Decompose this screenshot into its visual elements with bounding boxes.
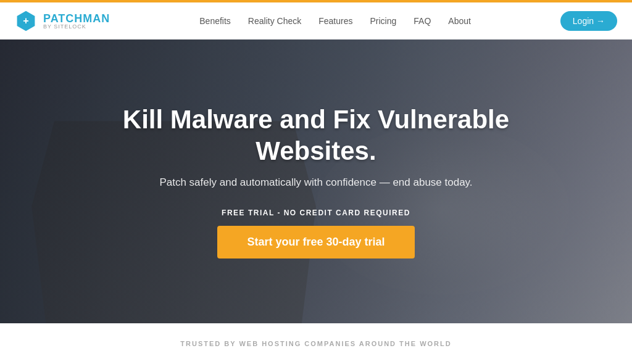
logo-text: PATCHMAN by SITELOCK: [43, 13, 110, 30]
logo-area: + PATCHMAN by SITELOCK: [15, 10, 110, 32]
free-trial-label: FREE TRIAL - NO CREDIT CARD REQUIRED: [112, 209, 520, 217]
logo-hexagon-icon: +: [15, 10, 37, 32]
hero-title: Kill Malware and Fix Vulnerable Websites…: [112, 104, 520, 167]
header: + PATCHMAN by SITELOCK Benefits Reality …: [0, 2, 632, 39]
logo-brand-name: PATCHMAN: [43, 13, 110, 24]
nav-pricing[interactable]: Pricing: [370, 16, 396, 26]
nav-benefits[interactable]: Benefits: [199, 16, 231, 26]
nav-reality-check[interactable]: Reality Check: [248, 16, 301, 26]
nav-features[interactable]: Features: [318, 16, 352, 26]
hero-content: Kill Malware and Fix Vulnerable Websites…: [100, 104, 532, 259]
hero-subtitle: Patch safely and automatically with conf…: [112, 176, 520, 189]
svg-text:+: +: [23, 15, 28, 26]
logo-sub-brand: by SITELOCK: [43, 24, 110, 30]
nav-faq[interactable]: FAQ: [414, 16, 431, 26]
hero-section: Kill Malware and Fix Vulnerable Websites…: [0, 39, 632, 323]
trusted-text: TRUSTED BY WEB HOSTING COMPANIES AROUND …: [180, 340, 451, 347]
nav-about[interactable]: About: [448, 16, 471, 26]
cta-button[interactable]: Start your free 30-day trial: [217, 226, 414, 259]
login-button[interactable]: Login →: [560, 11, 617, 31]
main-nav: Benefits Reality Check Features Pricing …: [199, 16, 471, 26]
trusted-section: TRUSTED BY WEB HOSTING COMPANIES AROUND …: [0, 323, 632, 364]
